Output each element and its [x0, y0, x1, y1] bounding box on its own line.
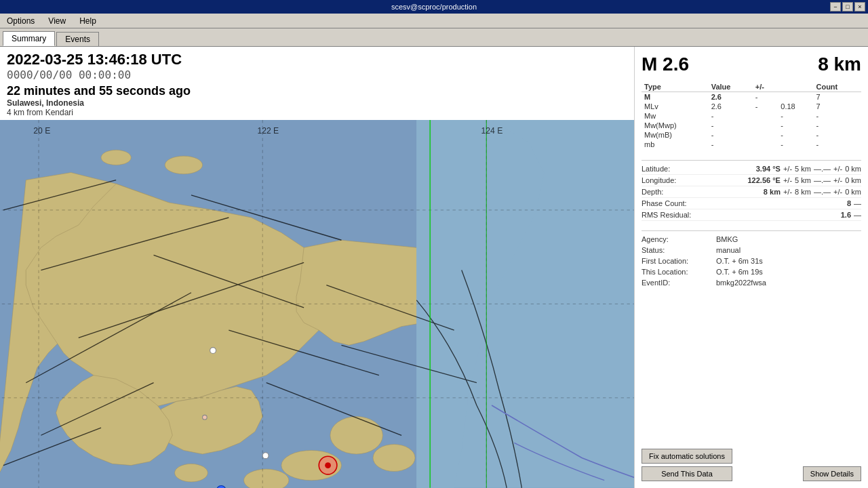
event-info-header: 2022-03-25 13:46:18 UTC 0000/00/00 00:00…	[0, 47, 634, 120]
tab-bar: Summary Events	[0, 28, 868, 46]
left-buttons: Fix automatic solutions Send This Data	[642, 449, 732, 481]
depth-label: Depth:	[642, 188, 703, 196]
mag-count: -	[813, 111, 861, 121]
this-location-value: O.T. + 6m 19s	[716, 268, 763, 276]
location-distance: 4 km from Kendari	[7, 108, 627, 117]
mag-dash	[753, 140, 778, 149]
menu-help[interactable]: Help	[75, 15, 100, 27]
latitude-secondary: —.—	[814, 165, 831, 173]
svg-point-36	[325, 462, 331, 468]
close-button[interactable]: ×	[854, 2, 865, 12]
mag-type: Mw(mB)	[642, 130, 709, 140]
mag-plusminus: -	[778, 121, 813, 130]
mag-count: -	[813, 121, 861, 130]
mag-type: Mw	[642, 111, 709, 121]
rms-values: 1.6 —	[810, 211, 861, 219]
depth-sec-val: 0 km	[845, 188, 861, 196]
tab-summary[interactable]: Summary	[3, 31, 55, 46]
event-id-value: bmkg2022fwsa	[716, 279, 766, 287]
table-row: Mw(Mwp) - - -	[642, 121, 861, 130]
agency-label: Agency:	[642, 235, 716, 243]
phase-count-secondary: —	[854, 199, 861, 207]
mag-dash: -	[753, 102, 778, 111]
this-location-row: This Location: O.T. + 6m 19s	[642, 266, 861, 277]
col-pm: +/-	[753, 82, 778, 92]
mag-plusminus: -	[778, 111, 813, 121]
table-row: Mw - - -	[642, 111, 861, 121]
longitude-sec-val: 0 km	[845, 176, 861, 184]
svg-point-7	[373, 445, 415, 472]
rms-secondary: —	[854, 211, 861, 219]
mag-value: -	[709, 111, 753, 121]
map-container[interactable]: 20 E 122 E 124 E -4S -5S	[0, 120, 634, 488]
col-value: Value	[709, 82, 753, 92]
longitude-secondary: —.—	[814, 176, 831, 184]
status-row: Status: manual	[642, 245, 861, 256]
tab-events[interactable]: Events	[56, 32, 99, 46]
latitude-uncertainty: 5 km	[795, 165, 811, 173]
svg-point-6	[330, 417, 383, 454]
secondary-time: 0000/00/00 00:00:00	[7, 68, 627, 83]
table-row: M 2.6 - 7	[642, 92, 861, 102]
send-data-button[interactable]: Send This Data	[642, 466, 732, 481]
svg-point-11	[165, 156, 202, 174]
this-location-label: This Location:	[642, 268, 716, 276]
depth-sec-pm: +/-	[833, 188, 842, 196]
svg-text:122 E: 122 E	[257, 126, 279, 136]
agency-section: Agency: BMKG Status: manual First Locati…	[642, 234, 861, 288]
depth-secondary: —.—	[814, 188, 831, 196]
mag-value: 2.6	[709, 102, 753, 111]
fix-solutions-button[interactable]: Fix automatic solutions	[642, 449, 732, 464]
show-details-button[interactable]: Show Details	[803, 466, 861, 481]
mag-count: -	[813, 140, 861, 149]
latitude-pm: +/-	[783, 165, 792, 173]
mag-count: 7	[813, 102, 861, 111]
menu-options[interactable]: Options	[3, 15, 39, 27]
latitude-sec-pm: +/-	[833, 165, 842, 173]
menu-view[interactable]: View	[44, 15, 70, 27]
first-location-row: First Location: O.T. + 6m 31s	[642, 256, 861, 266]
magnitude-table: Type Value +/- Count M 2.6 - 7 MLv 2.6 -…	[642, 82, 861, 149]
col-empty	[778, 82, 813, 92]
depth-values: 8 km +/- 8 km —.— +/- 0 km	[740, 188, 861, 196]
longitude-sec-pm: +/-	[833, 176, 842, 184]
svg-text:20 E: 20 E	[33, 126, 50, 136]
svg-text:124 E: 124 E	[481, 126, 503, 136]
minimize-button[interactable]: −	[830, 2, 841, 12]
mag-plusminus: -	[778, 140, 813, 149]
restore-button[interactable]: □	[842, 2, 853, 12]
location-region: Sulawesi, Indonesia	[7, 98, 627, 108]
mag-type: Mw(Mwp)	[642, 121, 709, 130]
svg-point-10	[175, 464, 208, 483]
table-row: mb - - -	[642, 140, 861, 149]
time-ago: 22 minutes and 55 seconds ago	[7, 84, 627, 98]
svg-point-38	[210, 348, 216, 354]
latitude-values: 3.94 °S +/- 5 km —.— +/- 0 km	[740, 165, 861, 173]
svg-point-39	[262, 453, 269, 459]
longitude-uncertainty: 5 km	[795, 176, 811, 184]
depth-row: Depth: 8 km +/- 8 km —.— +/- 0 km	[642, 186, 861, 198]
primary-time: 2022-03-25 13:46:18 UTC	[7, 51, 627, 68]
window-controls: − □ ×	[830, 2, 865, 12]
mag-value: 2.6	[709, 92, 753, 102]
phase-count-values: 8 —	[810, 199, 861, 207]
rms-label: RMS Residual:	[642, 211, 703, 219]
mag-value: -	[709, 140, 753, 149]
event-id-label: EventID:	[642, 279, 716, 287]
depth-display: 8 km	[818, 54, 861, 75]
latitude-row: Latitude: 3.94 °S +/- 5 km —.— +/- 0 km	[642, 163, 861, 175]
mag-dash	[753, 130, 778, 140]
mag-value: -	[709, 121, 753, 130]
rms-value: 1.6	[810, 211, 851, 219]
mag-value: -	[709, 130, 753, 140]
map-svg: 20 E 122 E 124 E -4S -5S	[0, 120, 634, 488]
phase-count-row: Phase Count: 8 —	[642, 198, 861, 209]
mag-plusminus	[778, 92, 813, 102]
table-row: Mw(mB) - - -	[642, 130, 861, 140]
left-panel: 2022-03-25 13:46:18 UTC 0000/00/00 00:00…	[0, 47, 634, 488]
agency-value: BMKG	[716, 235, 738, 243]
mag-type: MLv	[642, 102, 709, 111]
mag-type: mb	[642, 140, 709, 149]
latitude-value: 3.94 °S	[740, 165, 781, 173]
right-panel: M 2.6 8 km Type Value +/- Count M 2.6 - …	[634, 47, 868, 488]
